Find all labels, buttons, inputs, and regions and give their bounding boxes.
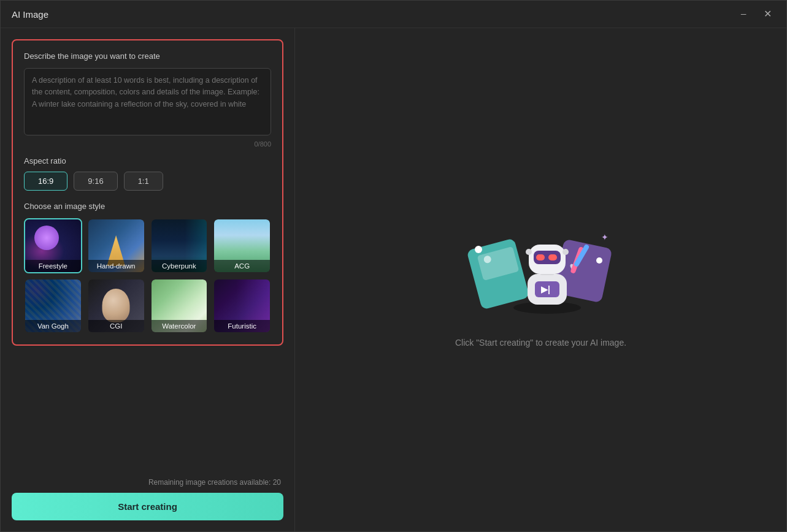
svg-point-20 bbox=[596, 257, 602, 264]
hint-text: Click "Start creating" to create your AI… bbox=[455, 338, 626, 348]
window-title: AI Image bbox=[12, 9, 48, 20]
remaining-text: Remaining image creations available: 20 bbox=[12, 478, 283, 487]
aspect-ratio-label: Aspect ratio bbox=[24, 156, 271, 165]
char-count: 0/800 bbox=[24, 140, 271, 148]
style-item-freestyle[interactable]: Freestyle bbox=[24, 218, 82, 273]
style-item-van-gogh[interactable]: Van Gogh bbox=[24, 278, 82, 333]
style-name-watercolor: Watercolor bbox=[152, 320, 207, 332]
robot-illustration: ♥ ✦ ▶| bbox=[461, 213, 621, 323]
style-name-cyberpunk: Cyberpunk bbox=[152, 260, 207, 272]
style-item-cgi[interactable]: CGI bbox=[87, 278, 145, 333]
robot-svg: ♥ ✦ ▶| bbox=[461, 213, 621, 323]
style-item-cyberpunk[interactable]: Cyberpunk bbox=[150, 218, 209, 273]
start-creating-button[interactable]: Start creating bbox=[12, 493, 283, 520]
style-name-cgi: CGI bbox=[88, 320, 144, 332]
svg-rect-14 bbox=[536, 254, 545, 260]
style-item-hand-drawn[interactable]: Hand-drawn bbox=[87, 218, 145, 273]
description-input[interactable] bbox=[24, 68, 271, 135]
svg-point-17 bbox=[562, 249, 569, 255]
style-item-acg[interactable]: ACG bbox=[213, 218, 271, 273]
style-name-hand-drawn: Hand-drawn bbox=[88, 260, 144, 272]
title-bar-controls: ‒ ✕ bbox=[737, 8, 775, 20]
style-name-futuristic: Futuristic bbox=[214, 320, 270, 332]
aspect-btn-16-9[interactable]: 16:9 bbox=[24, 172, 67, 191]
right-panel: ♥ ✦ ▶| bbox=[295, 28, 786, 531]
svg-point-16 bbox=[526, 249, 532, 255]
main-content: Describe the image you want to create 0/… bbox=[1, 28, 786, 531]
aspect-btn-1-1[interactable]: 1:1 bbox=[124, 172, 163, 191]
style-name-acg: ACG bbox=[214, 260, 270, 272]
aspect-btn-9-16[interactable]: 9:16 bbox=[74, 172, 117, 191]
style-name-van-gogh: Van Gogh bbox=[25, 320, 81, 332]
left-panel: Describe the image you want to create 0/… bbox=[1, 28, 295, 531]
describe-label: Describe the image you want to create bbox=[24, 51, 271, 61]
style-grid: Freestyle Hand-drawn Cyberpunk ACG bbox=[24, 218, 271, 333]
svg-text:✦: ✦ bbox=[601, 232, 608, 242]
title-bar: AI Image ‒ ✕ bbox=[1, 1, 786, 28]
minimize-button[interactable]: ‒ bbox=[737, 8, 750, 20]
form-section: Describe the image you want to create 0/… bbox=[12, 39, 283, 346]
close-button[interactable]: ✕ bbox=[760, 8, 775, 20]
style-label: Choose an image style bbox=[24, 202, 271, 211]
style-item-futuristic[interactable]: Futuristic bbox=[213, 278, 271, 333]
svg-text:▶|: ▶| bbox=[541, 284, 550, 294]
bottom-section: Remaining image creations available: 20 … bbox=[12, 469, 283, 520]
aspect-ratio-buttons: 16:9 9:16 1:1 bbox=[24, 172, 271, 191]
svg-rect-15 bbox=[548, 254, 557, 260]
style-name-freestyle: Freestyle bbox=[25, 260, 81, 272]
svg-point-3 bbox=[475, 246, 482, 253]
style-item-watercolor[interactable]: Watercolor bbox=[150, 278, 209, 333]
ai-image-window: AI Image ‒ ✕ Describe the image you want… bbox=[0, 0, 787, 532]
